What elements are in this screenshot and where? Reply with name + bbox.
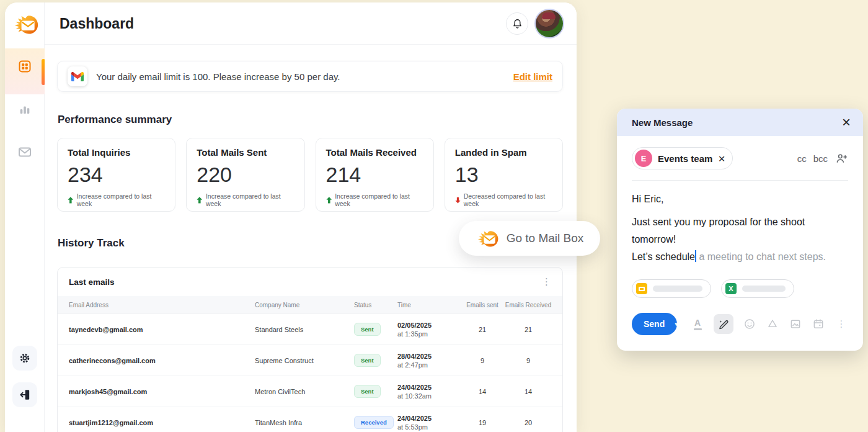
cell-email: markjosh45@gmail.com [69, 388, 255, 395]
attachment-chip-sheet[interactable]: X [721, 279, 794, 298]
stat-card-total-inquiries: Total Inquiries 234 Increase compared to… [57, 138, 175, 212]
send-button[interactable]: Send [632, 313, 675, 335]
status-badge: Sent [354, 385, 381, 398]
gear-icon [19, 352, 31, 364]
col-time: Time [397, 302, 461, 308]
stat-title: Total Inquiries [68, 147, 165, 158]
stat-title: Total Mails Received [326, 147, 423, 158]
compose-panel: New Message × E Events team × cc bcc Hi … [617, 109, 863, 351]
bar-chart-icon [18, 102, 32, 116]
drive-triangle-icon [766, 318, 779, 330]
formatting-button[interactable]: A [691, 317, 704, 331]
cc-button[interactable]: cc [797, 153, 807, 164]
cell-date: 24/04/2025 [397, 384, 461, 391]
cell-email: catherinecons@gmail.com [69, 357, 255, 364]
cell-date: 28/04/2025 [397, 353, 461, 360]
cell-date: 02/05/2025 [397, 322, 461, 329]
spreadsheet-file-icon: X [725, 283, 737, 294]
recipient-chip[interactable]: E Events team × [632, 147, 733, 169]
cell-time: at 1:35pm [397, 330, 461, 338]
insert-image-button[interactable] [789, 317, 802, 331]
image-icon [789, 318, 802, 330]
last-emails-card: Last emails ⋮ Email Address Company Name… [57, 267, 563, 432]
notifications-button[interactable] [506, 12, 528, 35]
cell-company: Metron CivilTech [255, 388, 354, 395]
trend-up-icon [68, 197, 74, 204]
body-line1: Just sent you my proposal for the shoot … [632, 217, 805, 245]
cell-company: TitanMesh Infra [255, 419, 354, 426]
cell-emails-sent: 9 [461, 357, 504, 364]
calendar-button[interactable] [812, 317, 825, 331]
add-contact-button[interactable] [835, 151, 848, 165]
recipient-row: E Events team × cc bcc [617, 136, 863, 169]
cell-company: Standard Steels [255, 326, 354, 333]
stat-cards-row: Total Inquiries 234 Increase compared to… [57, 138, 563, 212]
table-menu-button[interactable]: ⋮ [542, 276, 551, 287]
person-add-icon [835, 152, 848, 165]
performance-heading: Performance summary [58, 114, 172, 126]
send-button-group: Send ▾ [632, 313, 677, 335]
cell-emails-sent: 21 [461, 326, 504, 333]
limit-message: Your daily email limit is 100. Please in… [96, 71, 340, 82]
drive-button[interactable] [766, 317, 779, 331]
stat-value: 13 [455, 163, 552, 187]
stat-title: Total Mails Sent [197, 147, 294, 158]
gmail-icon [68, 66, 87, 86]
sidebar-item-settings[interactable] [12, 346, 37, 371]
attachment-chip-slides[interactable] [632, 279, 711, 298]
table-title: Last emails [69, 277, 115, 287]
remove-recipient-icon[interactable]: × [718, 153, 725, 164]
bcc-button[interactable]: bcc [813, 153, 828, 164]
more-options-button[interactable]: ⋮ [835, 317, 848, 331]
recipient-name: Events team [658, 153, 712, 164]
cell-email: stuartjim1212@gmail.com [69, 419, 255, 426]
attachments-row: X [617, 266, 863, 298]
col-emails-received: Emails Received [504, 302, 552, 308]
stat-note-text: Increase compared to last week [206, 192, 294, 207]
smiley-icon [743, 318, 756, 330]
brand-logo[interactable] [12, 11, 39, 38]
attachment-name-placeholder [742, 286, 786, 292]
stat-title: Landed in Spam [455, 147, 552, 158]
send-options-button[interactable]: ▾ [675, 313, 677, 335]
sidebar-item-dashboard[interactable] [12, 54, 37, 79]
cell-emails-sent: 14 [461, 388, 504, 395]
cell-emails-received: 14 [504, 388, 552, 395]
logout-icon [19, 389, 31, 401]
body-greeting: Hi Eric, [632, 191, 848, 208]
compose-actions-row: Send ▾ A [617, 298, 863, 335]
status-badge: Received [354, 416, 394, 429]
sidebar-item-analytics[interactable] [12, 97, 37, 122]
table-row: catherinecons@gmail.com Supreme Construc… [58, 344, 562, 376]
stat-note-text: Decreased compared to last week [464, 192, 552, 207]
slides-file-icon [636, 283, 647, 294]
sidebar-item-logout[interactable] [12, 382, 37, 407]
close-icon[interactable]: × [842, 115, 851, 130]
table-row: markjosh45@gmail.com Metron CivilTech Se… [58, 376, 562, 407]
cell-time: at 5:53pm [397, 423, 461, 431]
col-emails-sent: Emails sent [461, 302, 504, 308]
smart-compose-button[interactable] [714, 314, 733, 334]
col-email-address: Email Address [69, 302, 255, 308]
user-avatar[interactable] [536, 10, 563, 37]
table-row: stuartjim1212@gmail.com TitanMesh Infra … [58, 407, 562, 432]
trend-down-icon [455, 197, 461, 204]
sidebar-item-mail[interactable] [12, 140, 37, 164]
go-to-mailbox-button[interactable]: Go to Mail Box [459, 221, 600, 256]
stat-value: 234 [68, 163, 165, 187]
cell-date: 24/04/2025 [397, 415, 461, 422]
attachment-name-placeholder [653, 286, 702, 292]
edit-limit-link[interactable]: Edit limit [513, 71, 552, 82]
cell-time: at 10:32am [397, 392, 461, 400]
page-title: Dashboard [60, 2, 134, 45]
stat-note-text: Increase compared to last week [335, 192, 423, 207]
emoji-button[interactable] [743, 317, 756, 331]
cell-emails-sent: 19 [461, 419, 504, 426]
flame-mail-logo-icon [476, 227, 499, 250]
message-body-editor[interactable]: Hi Eric, Just sent you my proposal for t… [617, 181, 863, 266]
cell-emails-received: 20 [504, 419, 552, 426]
col-company-name: Company Name [255, 302, 354, 308]
sidebar [5, 2, 45, 432]
envelope-icon [17, 145, 32, 160]
trend-up-icon [326, 197, 332, 204]
